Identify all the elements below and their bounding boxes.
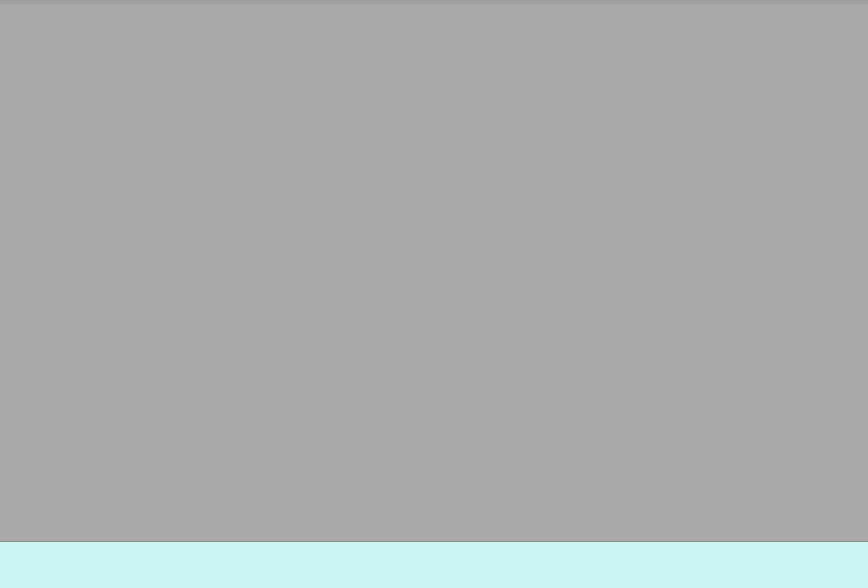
sensor-stats-table	[0, 541, 868, 588]
weather-app-window: { "header": { "title": "Donnerstag, 29.0…	[0, 0, 868, 588]
chart-canvas	[0, 0, 868, 588]
